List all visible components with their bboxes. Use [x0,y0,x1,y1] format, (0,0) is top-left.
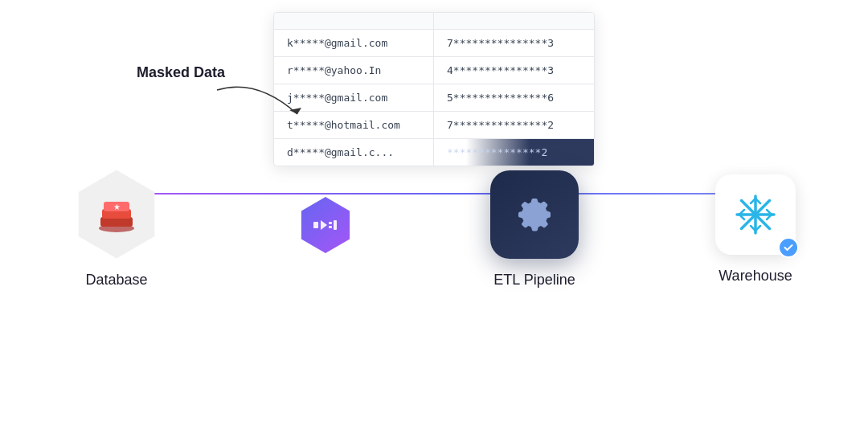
masked-data-annotation: Masked Data [137,64,225,81]
table-row: k*****@gmail.com7***************3 [274,30,594,57]
cell-card: 5***************6 [434,84,594,111]
svg-rect-6 [313,222,318,228]
table-header [274,13,594,30]
cell-email: r*****@yahoo.In [274,57,434,84]
svg-marker-7 [321,220,327,230]
cell-email: k*****@gmail.com [274,30,434,56]
table-row: t*****@hotmail.com7***************2 [274,112,594,139]
middleware-node [297,197,354,253]
table-body: k*****@gmail.com7***************3r*****@… [274,30,594,166]
database-node: ★ Database [72,170,161,289]
col-email-header [274,13,434,29]
svg-rect-8 [329,222,332,224]
warehouse-icon-wrap [715,174,796,255]
cell-card: ***************2 [434,139,594,166]
etl-icon-wrap [490,170,579,259]
svg-rect-10 [334,220,337,230]
redis-icon: ★ [95,194,138,235]
warehouse-label: Warehouse [719,268,792,285]
cell-card: 7***************3 [434,30,594,56]
database-hexagon: ★ [72,170,161,259]
warehouse-node: Warehouse [715,174,796,285]
table-row: d*****@gmail.c...***************2 [274,139,594,166]
col-card-header [434,13,594,29]
cell-card: 7***************2 [434,112,594,138]
table-row: j*****@gmail.com5***************6 [274,84,594,112]
etl-pipeline-node: ETL Pipeline [490,170,579,289]
masked-data-label: Masked Data [137,64,225,80]
database-icon-wrap: ★ [72,170,161,259]
masked-data-table: k*****@gmail.com7***************3r*****@… [273,12,595,166]
database-label: Database [85,272,147,289]
svg-text:★: ★ [113,203,121,211]
verified-badge [778,237,799,258]
middleware-icon [297,197,354,253]
pipeline-nodes: ★ Database [72,170,796,289]
gear-icon [512,192,557,237]
table-row: r*****@yahoo.In4***************3 [274,57,594,84]
annotation-arrow-icon [209,82,313,130]
cell-email: d*****@gmail.c... [274,139,434,166]
middleware-symbol-icon [313,217,338,233]
cell-card: 4***************3 [434,57,594,84]
etl-label: ETL Pipeline [493,272,575,289]
main-scene: Masked Data k*****@gmail.com7***********… [0,0,868,434]
pipeline-connector [129,193,796,194]
svg-rect-9 [329,226,332,228]
checkmark-icon [783,242,794,253]
snowflake-icon [734,193,777,236]
